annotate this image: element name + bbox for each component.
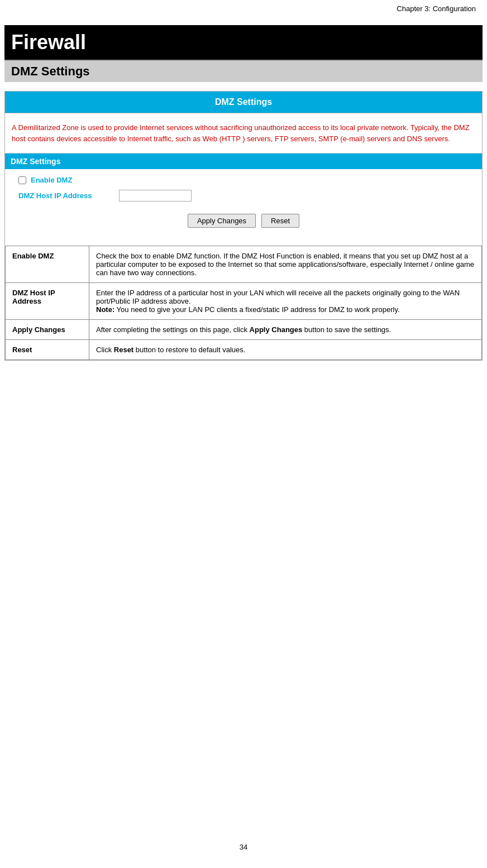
table-def-dmz-host-ip: Enter the IP address of a particular hos… xyxy=(89,283,482,320)
chapter-title: Chapter 3: Configuration xyxy=(397,4,476,13)
table-term-dmz-host-ip: DMZ Host IPAddress xyxy=(6,283,89,320)
table-term-reset: Reset xyxy=(6,340,89,360)
table-def-apply-changes: After completing the settings on this pa… xyxy=(89,320,482,340)
dmz-settings-section: DMZ Settings Enable DMZ DMZ Host IP Addr… xyxy=(5,154,482,239)
enable-dmz-row: Enable DMZ xyxy=(16,176,471,184)
enable-dmz-checkbox[interactable] xyxy=(18,176,26,184)
reset-button[interactable]: Reset xyxy=(261,214,299,228)
apply-changes-inline: Apply Changes xyxy=(250,325,303,334)
content-area: DMZ Settings A Demilitarized Zone is use… xyxy=(4,91,483,361)
note-label: Note: xyxy=(96,305,114,314)
dmz-form: Enable DMZ DMZ Host IP Address Apply Cha… xyxy=(5,169,482,239)
table-row-apply-changes: Apply Changes After completing the setti… xyxy=(6,320,482,340)
description-text: A Demilitarized Zone is used to provide … xyxy=(5,113,482,154)
dmz-host-row: DMZ Host IP Address xyxy=(16,190,471,202)
info-table: Enable DMZ Check the box to enable DMZ f… xyxy=(5,246,482,360)
button-row: Apply Changes Reset xyxy=(16,210,471,230)
apply-changes-button[interactable]: Apply Changes xyxy=(188,214,256,228)
table-row-reset: Reset Click Reset button to restore to d… xyxy=(6,340,482,360)
dmz-host-input[interactable] xyxy=(119,190,192,202)
table-term-enable-dmz: Enable DMZ xyxy=(6,246,89,283)
table-def-enable-dmz: Check the box to enable DMZ function. If… xyxy=(89,246,482,283)
dmz-settings-heading: DMZ Settings xyxy=(4,60,483,82)
table-row-dmz-host-ip: DMZ Host IPAddress Enter the IP address … xyxy=(6,283,482,320)
table-def-reset: Click Reset button to restore to default… xyxy=(89,340,482,360)
table-term-apply-changes: Apply Changes xyxy=(6,320,89,340)
enable-dmz-label: Enable DMZ xyxy=(31,176,72,184)
dmz-section-header: DMZ Settings xyxy=(5,154,482,169)
dmz-settings-banner: DMZ Settings xyxy=(5,92,482,113)
chapter-header: Chapter 3: Configuration xyxy=(0,0,487,15)
firewall-title: Firewall xyxy=(4,25,483,60)
dmz-host-label: DMZ Host IP Address xyxy=(18,191,119,200)
page-number: 34 xyxy=(240,843,247,851)
table-row-enable-dmz: Enable DMZ Check the box to enable DMZ f… xyxy=(6,246,482,283)
page-footer: 34 xyxy=(0,832,487,862)
reset-inline: Reset xyxy=(114,346,133,354)
